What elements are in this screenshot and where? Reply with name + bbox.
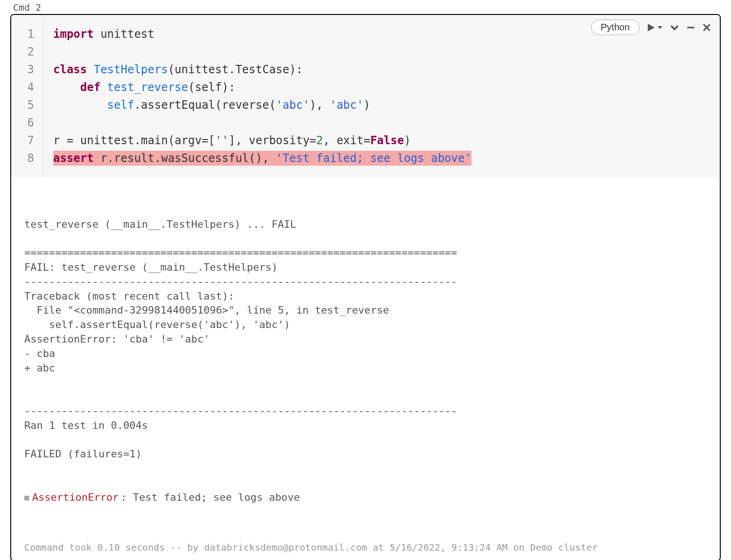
code-line[interactable]: r = unittest.main(argv=[''], verbosity=2… <box>53 132 720 149</box>
language-dropdown[interactable]: Python <box>591 20 640 35</box>
line-number: 7 <box>11 132 42 149</box>
code-line[interactable]: self.assertEqual(reverse('abc'), 'abc') <box>53 96 720 114</box>
line-number: 8 <box>11 149 42 167</box>
code-line[interactable] <box>53 114 720 132</box>
assertion-error-line[interactable]: ⊞AssertionError: Test failed; see logs a… <box>24 490 707 505</box>
line-number: 6 <box>11 114 42 132</box>
cmd-label: Cmd 2 <box>0 0 731 14</box>
run-button[interactable] <box>646 22 663 33</box>
code-editor[interactable]: import unittest class TestHelpers(unitte… <box>43 15 720 177</box>
error-message: : Test failed; see logs above <box>120 490 300 505</box>
code-line[interactable]: class TestHelpers(unittest.TestCase): <box>53 61 720 78</box>
expand-error-icon[interactable]: ⊞ <box>24 492 29 504</box>
line-number: 5 <box>11 96 42 114</box>
output-text: test_reverse (__main__.TestHelpers) ... … <box>24 217 707 462</box>
line-number: 3 <box>11 61 42 78</box>
error-name: AssertionError <box>32 490 119 505</box>
line-number: 1 <box>11 25 42 43</box>
highlighted-line: assert r.result.wasSuccessful(), 'Test f… <box>53 151 471 166</box>
code-line[interactable] <box>53 43 720 61</box>
minimize-icon[interactable] <box>686 23 696 32</box>
chevron-down-icon[interactable] <box>669 22 680 33</box>
output-area: test_reverse (__main__.TestHelpers) ... … <box>11 177 720 538</box>
cell-border: Python 12345678 import unittest class Te… <box>10 14 721 560</box>
line-number: 4 <box>11 78 42 96</box>
close-icon[interactable] <box>702 23 711 32</box>
execution-footer: Command took 0.10 seconds -- by databric… <box>11 538 720 560</box>
line-number: 2 <box>11 43 42 61</box>
notebook-cell: Cmd 2 Python 12345678 impor <box>0 0 731 560</box>
code-area[interactable]: Python 12345678 import unittest class Te… <box>11 15 720 177</box>
cell-toolbar: Python <box>591 20 711 35</box>
code-line[interactable]: def test_reverse(self): <box>53 78 720 96</box>
line-gutter: 12345678 <box>11 15 43 177</box>
code-line[interactable]: assert r.result.wasSuccessful(), 'Test f… <box>53 149 720 167</box>
